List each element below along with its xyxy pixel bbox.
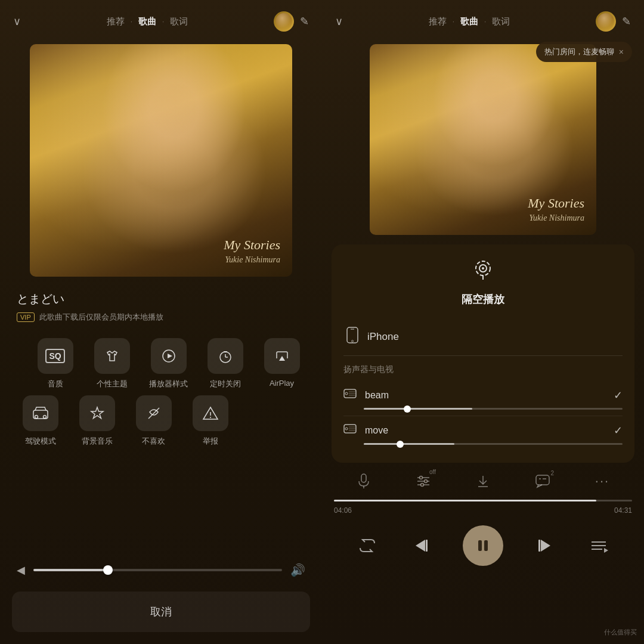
drive-icon — [23, 395, 58, 431]
move-check-icon: ✓ — [614, 424, 623, 437]
progress-track[interactable] — [334, 500, 632, 501]
svg-point-40 — [421, 484, 424, 487]
progress-fill — [334, 500, 596, 501]
menu-item-player-style[interactable]: 播放器样式 — [140, 338, 197, 389]
progress-section: 04:06 04:31 — [322, 497, 644, 519]
right-header: ∨ 推荐 · 歌曲 · 歌词 ✎ — [322, 0, 644, 38]
notification-close[interactable]: × — [619, 47, 624, 57]
album-art-right: My Stories Yukie Nishimura — [370, 44, 596, 235]
vip-badge-left: VIP — [17, 312, 35, 322]
airplay-device-iphone[interactable]: iPhone — [343, 318, 623, 356]
svg-point-18 — [482, 267, 484, 270]
tab-recommend-left[interactable]: 推荐 — [107, 16, 125, 27]
iphone-label: iPhone — [367, 331, 620, 343]
beam-check-icon: ✓ — [614, 389, 623, 402]
menu-item-theme[interactable]: 个性主题 — [83, 338, 140, 389]
chat-button[interactable]: 2 — [531, 470, 554, 493]
move-name: move — [365, 425, 605, 436]
chat-count: 2 — [550, 470, 554, 476]
report-label: 举报 — [203, 436, 218, 447]
menu-item-bg-music[interactable]: 背景音乐 — [69, 395, 125, 447]
eq-off-label: off — [429, 469, 436, 475]
tab-songs-right[interactable]: 歌曲 — [460, 16, 478, 27]
sep4: · — [484, 17, 486, 26]
speaker-icon-beam — [343, 387, 357, 403]
svg-marker-1 — [168, 354, 172, 358]
menu-item-timer[interactable]: 定时关闭 — [197, 338, 253, 389]
mic-button[interactable] — [352, 470, 375, 493]
left-tab-bar: 推荐 · 歌曲 · 歌词 — [107, 16, 188, 27]
edit-icon-right[interactable]: ✎ — [622, 15, 631, 28]
tab-lyrics-right[interactable]: 歌词 — [492, 16, 510, 27]
timer-icon — [208, 338, 243, 374]
cancel-button-left[interactable]: 取消 — [12, 592, 310, 632]
drive-label: 驾驶模式 — [25, 436, 56, 447]
speaker-beam[interactable]: beam ✓ — [343, 381, 623, 416]
volume-thumb-left[interactable] — [103, 565, 113, 575]
airplay-panel: 隔空播放 iPhone 扬声器与电视 — [332, 244, 634, 463]
svg-marker-11 — [91, 407, 103, 419]
speaker-section-label: 扬声器与电视 — [343, 356, 623, 381]
song-title-left: とまどい — [17, 291, 305, 307]
left-header: ∨ 推荐 · 歌曲 · 歌词 ✎ — [0, 0, 322, 38]
watermark: 什么值得买 — [604, 628, 637, 637]
player-style-icon — [151, 338, 187, 374]
volume-high-icon: 🔊 — [290, 563, 305, 577]
shirt-icon — [94, 338, 130, 374]
volume-low-icon: ◀ — [17, 564, 25, 577]
move-volume-slider[interactable] — [364, 443, 623, 445]
pause-button[interactable] — [463, 525, 503, 566]
menu-item-drive[interactable]: 驾驶模式 — [12, 395, 69, 447]
report-icon — [193, 395, 228, 431]
beam-volume-slider[interactable] — [364, 408, 623, 410]
right-panel: ∨ 推荐 · 歌曲 · 歌词 ✎ 热门房间，连麦畅聊 × My Stories … — [322, 0, 644, 644]
menu-row-2: 驾驶模式 背景音乐 不喜欢 — [0, 395, 322, 447]
progress-current: 04:06 — [334, 506, 352, 515]
more-icon: ··· — [595, 473, 609, 489]
avatar-right[interactable] — [596, 11, 616, 32]
airplay-label-left: AirPlay — [270, 379, 294, 388]
dislike-label: 不喜欢 — [142, 436, 165, 447]
volume-slider-left[interactable] — [33, 569, 282, 571]
progress-total: 04:31 — [614, 506, 632, 515]
menu-item-dislike[interactable]: 不喜欢 — [125, 395, 182, 447]
svg-point-9 — [35, 416, 38, 419]
svg-point-29 — [345, 428, 348, 430]
playlist-button[interactable] — [586, 532, 612, 559]
avatar-left[interactable] — [274, 11, 294, 32]
chevron-down-icon[interactable]: ∨ — [13, 15, 21, 28]
chevron-down-icon-right[interactable]: ∨ — [335, 15, 343, 28]
edit-icon-left[interactable]: ✎ — [300, 15, 309, 28]
theme-label: 个性主题 — [97, 379, 128, 389]
svg-rect-20 — [347, 327, 358, 343]
eq-button[interactable]: off — [412, 470, 435, 493]
menu-item-airplay[interactable]: AirPlay — [253, 338, 310, 389]
menu-item-report[interactable]: 举报 — [182, 395, 239, 447]
vip-text-left: 此歌曲下载后仅限会员期内本地播放 — [39, 312, 163, 323]
volume-row-left: ◀ 🔊 — [0, 553, 322, 587]
left-panel: ∨ 推荐 · 歌曲 · 歌词 ✎ My Stories Yukie Nishim… — [0, 0, 322, 644]
speaker-icon-move — [343, 422, 357, 438]
prev-button[interactable] — [408, 532, 435, 559]
tab-lyrics-left[interactable]: 歌词 — [170, 16, 188, 27]
svg-point-39 — [425, 480, 428, 483]
right-tab-bar: 推荐 · 歌曲 · 歌词 — [429, 16, 510, 27]
download-button[interactable] — [472, 470, 494, 493]
tab-recommend-right[interactable]: 推荐 — [429, 16, 447, 27]
more-button[interactable]: ··· — [591, 470, 614, 493]
menu-row-1: SQ 音质 个性主题 播放器样式 — [0, 338, 322, 389]
svg-point-10 — [43, 416, 46, 419]
airplay-header: 隔空播放 — [343, 259, 623, 306]
next-button[interactable] — [531, 532, 558, 559]
svg-rect-50 — [538, 540, 540, 552]
svg-rect-33 — [361, 474, 366, 482]
svg-rect-8 — [33, 410, 48, 419]
svg-point-38 — [420, 476, 423, 479]
menu-item-quality[interactable]: SQ 音质 — [27, 338, 83, 389]
sep1: · — [131, 17, 132, 26]
iphone-icon — [346, 327, 359, 347]
tab-songs-left[interactable]: 歌曲 — [138, 16, 156, 27]
repeat-button[interactable] — [354, 532, 380, 559]
speaker-move[interactable]: move ✓ — [343, 416, 623, 451]
bottom-controls-right: off 2 ··· — [322, 463, 644, 497]
